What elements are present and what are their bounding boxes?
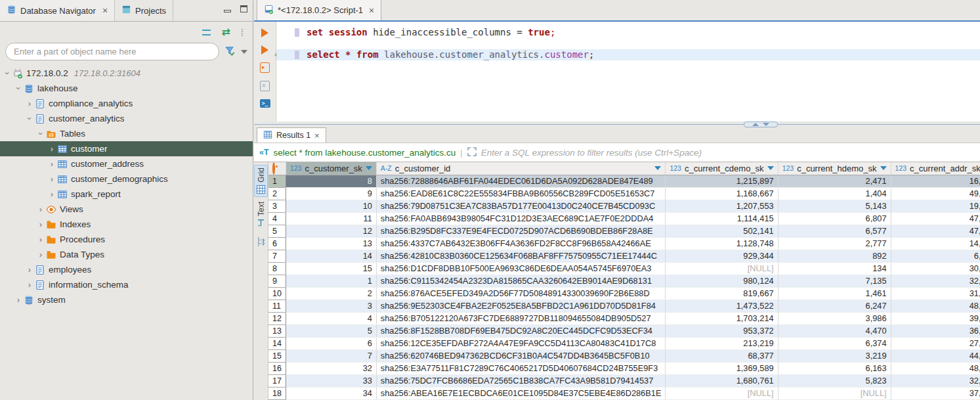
cell-c_customer_sk[interactable]: 14 bbox=[286, 250, 376, 262]
presentation-tab-grid[interactable]: Grid bbox=[254, 165, 268, 197]
cell-c_current_hdemo_sk[interactable]: 6,247 bbox=[778, 300, 891, 312]
cell-c_current_cdemo_sk[interactable]: 929,344 bbox=[666, 250, 778, 262]
cell-c_current_cdemo_sk[interactable]: 1,168,667 bbox=[666, 187, 778, 200]
cell-c_current_hdemo_sk[interactable]: 6,374 bbox=[778, 337, 891, 349]
splitter-handle[interactable] bbox=[744, 122, 778, 127]
cell-c_customer_id[interactable]: sha256:B705122120A673FC7DE6889727DB11809… bbox=[376, 312, 666, 324]
chevron-right-icon[interactable]: › bbox=[36, 250, 45, 259]
cell-c_current_hdemo_sk[interactable]: 1,404 bbox=[778, 187, 891, 200]
cell-c_current_hdemo_sk[interactable]: 4,470 bbox=[778, 324, 891, 337]
chevron-right-icon[interactable]: › bbox=[47, 144, 56, 154]
row-number[interactable]: 2 bbox=[268, 187, 286, 200]
cell-c_current_hdemo_sk[interactable]: 6,807 bbox=[778, 212, 891, 225]
tree-item-customer-analytics[interactable]: ›customer_analytics bbox=[0, 111, 253, 126]
cell-c_current_addr_sk[interactable]: 27,08 bbox=[891, 337, 980, 349]
row-number[interactable]: 1 bbox=[268, 175, 286, 187]
explain-plan-icon[interactable] bbox=[260, 81, 270, 91]
maximize-icon[interactable] bbox=[240, 5, 247, 12]
chevron-right-icon[interactable]: › bbox=[25, 280, 34, 290]
close-icon[interactable]: × bbox=[314, 131, 320, 141]
column-header-c_current_cdemo_sk[interactable]: 123c_current_cdemo_sk bbox=[666, 162, 778, 175]
cell-c_current_hdemo_sk[interactable]: 1,461 bbox=[778, 287, 891, 300]
tree-item-information-schema[interactable]: ›information_schema bbox=[0, 277, 253, 292]
cell-c_current_cdemo_sk[interactable]: 819,667 bbox=[666, 287, 778, 300]
cell-c_current_addr_sk[interactable]: 48,29 bbox=[891, 362, 980, 374]
cell-c_customer_sk[interactable]: 33 bbox=[286, 374, 376, 387]
cell-c_current_cdemo_sk[interactable]: 1,680,761 bbox=[666, 374, 778, 387]
row-number[interactable]: 14 bbox=[268, 337, 286, 349]
cell-c_customer_sk[interactable]: 3 bbox=[286, 300, 376, 312]
row-number[interactable]: 8 bbox=[268, 262, 286, 275]
row-number[interactable]: 15 bbox=[268, 349, 286, 362]
cell-c_customer_sk[interactable]: 34 bbox=[286, 387, 376, 399]
chevron-down-icon[interactable]: › bbox=[25, 114, 35, 123]
tab-projects[interactable]: Projects bbox=[115, 0, 173, 21]
cell-c_current_cdemo_sk[interactable]: [NULL] bbox=[666, 262, 778, 275]
tree-item-data-types[interactable]: ›Data Types bbox=[0, 247, 253, 262]
chevron-down-icon[interactable] bbox=[241, 50, 247, 54]
execute-in-new-tab-icon[interactable] bbox=[261, 45, 268, 55]
cell-c_current_addr_sk[interactable]: 47,99 bbox=[891, 212, 980, 225]
row-number[interactable]: 16 bbox=[268, 362, 286, 374]
view-menu-icon[interactable]: ⁞ bbox=[241, 28, 244, 37]
cell-c_customer_id[interactable]: sha256:79D08751C3EA7C83BA57D177E00413D0C… bbox=[376, 200, 666, 212]
cell-c_current_addr_sk[interactable]: 31,65 bbox=[891, 287, 980, 300]
cell-c_current_cdemo_sk[interactable]: [NULL] bbox=[666, 387, 778, 399]
cell-c_customer_sk[interactable]: 6 bbox=[286, 337, 376, 349]
column-header-c_customer_id[interactable]: A-Zc_customer_id bbox=[376, 162, 666, 175]
cell-c_customer_id[interactable]: sha256:E3A77511F81C7289C76C4065217D5D406… bbox=[376, 362, 666, 374]
cell-c_customer_sk[interactable]: 1 bbox=[286, 275, 376, 287]
cell-c_customer_sk[interactable]: 13 bbox=[286, 237, 376, 250]
row-number[interactable]: 5 bbox=[268, 225, 286, 237]
tree-item-indexes[interactable]: ›Indexes bbox=[0, 217, 253, 232]
row-number[interactable]: 7 bbox=[268, 250, 286, 262]
cell-c_customer_id[interactable]: sha256:FA0ABB6943B98054FC31D12D3E3AEC689… bbox=[376, 212, 666, 225]
tree-item-172-18-0-2[interactable]: ›172.18.0.2172.18.0.2:31604 bbox=[0, 66, 253, 81]
tree-item-customer-demographics[interactable]: ›customer_demographics bbox=[0, 171, 253, 187]
cell-c_customer_id[interactable]: sha256:8F1528BB708DF69EB475DC92A8C20EC44… bbox=[376, 324, 666, 337]
cell-c_current_addr_sk[interactable]: 19,58 bbox=[891, 200, 980, 212]
cell-c_customer_id[interactable]: sha256:EAD8E61C8C22E555834FBBA9B60556CB2… bbox=[376, 187, 666, 200]
tree-item-system[interactable]: ›system bbox=[0, 292, 253, 307]
chevron-right-icon[interactable]: › bbox=[36, 219, 45, 229]
expand-filter-icon[interactable] bbox=[467, 147, 477, 158]
cell-c_customer_id[interactable]: sha256:72888646ABF61FA044EDEC061D6DA5A09… bbox=[376, 175, 666, 187]
cell-c_customer_sk[interactable]: 15 bbox=[286, 262, 376, 275]
chevron-right-icon[interactable]: › bbox=[47, 189, 56, 199]
search-input[interactable] bbox=[5, 43, 219, 60]
cell-c_current_addr_sk[interactable]: 37,56 bbox=[891, 387, 980, 399]
cell-c_customer_sk[interactable]: 5 bbox=[286, 324, 376, 337]
filter-funnel-icon[interactable] bbox=[224, 45, 236, 58]
column-filter-icon[interactable] bbox=[880, 166, 887, 170]
collapse-all-icon[interactable] bbox=[202, 30, 211, 35]
cell-c_current_hdemo_sk[interactable]: 6,577 bbox=[778, 225, 891, 237]
cell-c_current_hdemo_sk[interactable]: 2,777 bbox=[778, 237, 891, 250]
row-number[interactable]: 10 bbox=[268, 287, 286, 300]
tree-item-tables[interactable]: ›Tables bbox=[0, 126, 253, 141]
cell-c_current_hdemo_sk[interactable]: 3,986 bbox=[778, 312, 891, 324]
cell-c_current_addr_sk[interactable]: 30,46 bbox=[891, 262, 980, 275]
minimize-icon[interactable] bbox=[224, 10, 231, 12]
presentation-tab-text[interactable]: Text bbox=[255, 200, 267, 230]
column-filter-icon[interactable] bbox=[767, 166, 774, 170]
tab-sql-script[interactable]: *<172.18.0.2> Script-1 × bbox=[257, 0, 381, 20]
row-number[interactable]: 4 bbox=[268, 212, 286, 225]
cell-c_customer_id[interactable]: sha256:9E52303CE4FBA2E2F0525E8A5BFBD2C1A… bbox=[376, 300, 666, 312]
cell-c_current_cdemo_sk[interactable]: 1,215,897 bbox=[666, 175, 778, 187]
row-number[interactable]: 11 bbox=[268, 300, 286, 312]
cell-c_current_hdemo_sk[interactable]: 5,823 bbox=[778, 374, 891, 387]
close-icon[interactable]: × bbox=[369, 5, 374, 16]
sql-console-icon[interactable]: >_ bbox=[260, 99, 270, 108]
tree-item-compliance-analytics[interactable]: ›compliance_analytics bbox=[0, 96, 253, 111]
collapse-down-icon[interactable] bbox=[763, 123, 769, 126]
tree-item-customer[interactable]: ›customer bbox=[0, 141, 253, 156]
cell-c_current_addr_sk[interactable]: 16,59 bbox=[891, 175, 980, 187]
cell-c_customer_id[interactable]: sha256:D1CDF8DBB10F500EA9693C86DE6DEAA05… bbox=[376, 262, 666, 275]
cell-c_customer_id[interactable]: sha256:42810C83B0360CE125634F068BAF8FF75… bbox=[376, 250, 666, 262]
chevron-right-icon[interactable]: › bbox=[47, 159, 56, 169]
row-number[interactable]: 12 bbox=[268, 312, 286, 324]
tree-item-views[interactable]: ›Views bbox=[0, 202, 253, 217]
chevron-right-icon[interactable]: › bbox=[47, 174, 56, 184]
cell-c_customer_sk[interactable]: 8 bbox=[286, 175, 376, 187]
column-header-c_current_hdemo_sk[interactable]: 123c_current_hdemo_sk bbox=[778, 162, 891, 175]
